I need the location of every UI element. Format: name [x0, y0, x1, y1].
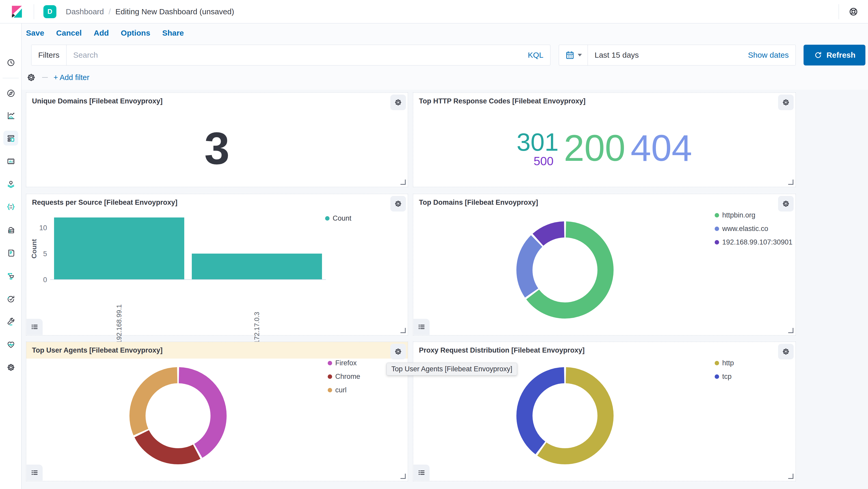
gear-icon	[394, 347, 403, 356]
panel-title: Top Domains [Filebeat Envoyproxy]	[419, 198, 538, 206]
filters-button[interactable]: Filters	[31, 45, 66, 65]
panel-options-button[interactable]	[390, 344, 406, 359]
panel-data-list-button[interactable]	[27, 319, 42, 335]
panel-data-list-button[interactable]	[413, 319, 430, 335]
maps-icon[interactable]	[3, 177, 18, 192]
show-dates-button[interactable]: Show dates	[748, 51, 796, 60]
donut-chart-proxy-request-distribution	[513, 364, 617, 468]
legend-label: Count	[333, 215, 351, 222]
legend-label: Chrome	[335, 372, 360, 381]
legend-item-www.elastic.co[interactable]: www.elastic.co	[715, 225, 793, 233]
uptime-icon[interactable]	[3, 291, 18, 306]
legend-item-http[interactable]: http	[715, 359, 734, 367]
tag-200[interactable]: 200	[564, 130, 625, 167]
panel-resize-handle[interactable]	[788, 328, 794, 333]
panel-resize-handle[interactable]	[401, 474, 406, 479]
chevron-down-icon	[578, 54, 582, 56]
time-picker: Last 15 days Show dates	[559, 45, 796, 65]
breadcrumb-dashboard[interactable]: Dashboard	[66, 7, 104, 16]
visualize-icon[interactable]	[3, 108, 18, 123]
list-icon	[30, 322, 39, 331]
query-bar: Filters Search KQL	[31, 45, 551, 65]
panel-resize-handle[interactable]	[788, 474, 794, 479]
app-header: D Dashboard / Editing New Dashboard (uns…	[0, 0, 868, 23]
legend-count[interactable]: Count	[325, 215, 351, 222]
legend-item-192.168.99.107:30901[interactable]: 192.168.99.107:30901	[715, 238, 793, 246]
bar-172.17.0.3[interactable]	[192, 254, 322, 279]
filter-settings-gear-icon[interactable]	[26, 72, 36, 83]
machine-learning-icon[interactable]	[3, 199, 18, 214]
save-button[interactable]: Save	[26, 29, 44, 37]
tag-500[interactable]: 500	[533, 155, 554, 167]
legend-label: curl	[335, 386, 347, 394]
metrics-icon[interactable]	[3, 222, 18, 237]
management-icon[interactable]	[3, 360, 18, 375]
list-icon	[417, 468, 426, 477]
y-axis-tick-0: 0	[43, 276, 47, 284]
dashboard-icon[interactable]	[3, 131, 18, 145]
header-divider	[34, 4, 34, 19]
x-axis-label-172.17.0.3: 172.17.0.3	[253, 284, 261, 344]
options-button[interactable]: Options	[121, 29, 150, 37]
calendar-menu-button[interactable]	[559, 45, 588, 65]
panel-title: Top HTTP Response Codes [Filebeat Envoyp…	[419, 97, 586, 105]
donut-chart-top-user-agents	[126, 364, 230, 468]
y-axis-tick-10: 10	[39, 224, 47, 232]
kql-selector[interactable]: KQL	[521, 45, 550, 65]
breadcrumb-separator: /	[108, 7, 111, 16]
legend-item-Firefox[interactable]: Firefox	[328, 359, 360, 367]
list-icon	[30, 468, 39, 477]
panel-options-button[interactable]	[390, 196, 406, 211]
legend-dot	[715, 374, 719, 379]
cancel-button[interactable]: Cancel	[56, 29, 82, 37]
panel-resize-handle[interactable]	[401, 180, 406, 185]
panel-options-button[interactable]	[390, 95, 406, 110]
panel-data-list-button[interactable]	[27, 464, 42, 481]
tag-301[interactable]: 301	[517, 129, 559, 155]
kibana-logo[interactable]	[0, 4, 34, 19]
legend-label: Firefox	[335, 359, 357, 367]
dev-tools-icon[interactable]	[3, 314, 18, 329]
apm-icon[interactable]	[3, 268, 18, 283]
bar-192.168.99.1[interactable]	[54, 218, 184, 279]
legend-dot	[328, 361, 332, 365]
panel-resize-handle[interactable]	[788, 180, 794, 185]
canvas-icon[interactable]	[3, 154, 18, 169]
donut-chart-top-domains	[513, 218, 617, 322]
legend-item-httpbin.org[interactable]: httpbin.org	[715, 211, 793, 219]
legend-label: www.elastic.co	[722, 225, 768, 233]
legend-item-tcp[interactable]: tcp	[715, 372, 734, 381]
recent-icon[interactable]	[3, 55, 18, 70]
add-button[interactable]: Add	[94, 29, 108, 37]
search-input[interactable]: Search	[66, 45, 521, 65]
time-range-value[interactable]: Last 15 days	[588, 51, 639, 60]
panel-title: Requests per Source [Filebeat Envoyproxy…	[32, 198, 178, 206]
help-button[interactable]	[839, 6, 868, 18]
share-button[interactable]: Share	[162, 29, 184, 37]
breadcrumb-current: Editing New Dashboard (unsaved)	[115, 7, 234, 16]
panel-options-button[interactable]	[778, 95, 794, 110]
legend-dot	[325, 216, 330, 221]
panel-data-list-button[interactable]	[413, 464, 430, 481]
legend-label: http	[722, 359, 734, 367]
logs-icon[interactable]	[3, 245, 18, 260]
panel-options-button[interactable]	[778, 344, 794, 359]
panel-options-button[interactable]	[778, 196, 794, 211]
legend-item-Chrome[interactable]: Chrome	[328, 372, 360, 381]
tag-404[interactable]: 404	[630, 130, 692, 167]
calendar-icon	[565, 50, 575, 60]
panel-requests-per-source: Requests per Source [Filebeat Envoyproxy…	[26, 194, 408, 335]
y-axis-ticks: 0510	[26, 218, 47, 280]
breadcrumb: Dashboard / Editing New Dashboard (unsav…	[66, 7, 234, 16]
nav-divider	[3, 78, 19, 78]
stack-monitoring-icon[interactable]	[3, 337, 18, 352]
legend-item-curl[interactable]: curl	[328, 386, 360, 394]
panel-resize-handle[interactable]	[401, 328, 406, 333]
add-filter-button[interactable]: + Add filter	[54, 73, 89, 82]
refresh-button[interactable]: Refresh	[804, 45, 865, 65]
y-axis-tick-5: 5	[43, 250, 47, 258]
discover-icon[interactable]	[3, 86, 18, 101]
chart-legend: httpbin.orgwww.elastic.co192.168.99.107:…	[715, 211, 793, 246]
panel-title: Unique Domains [Filebeat Envoyproxy]	[32, 97, 163, 105]
panel-top-domains: Top Domains [Filebeat Envoyproxy] httpbi…	[413, 194, 796, 335]
